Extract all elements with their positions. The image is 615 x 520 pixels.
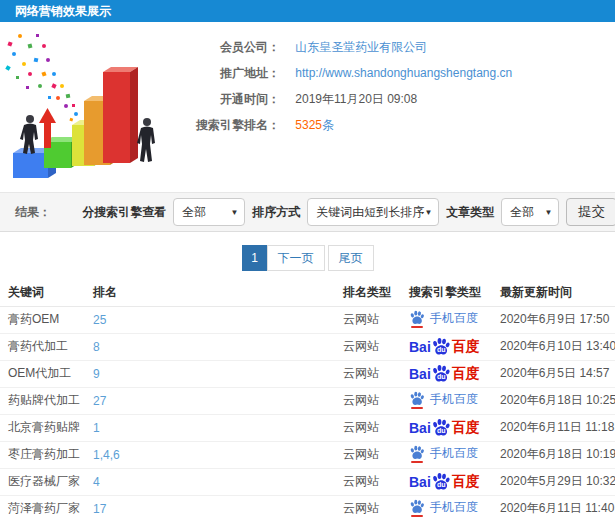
- cell-engine-type: 手机百度: [401, 306, 492, 333]
- cell-rank-type: 云网站: [335, 468, 401, 495]
- page-1-button[interactable]: 1: [242, 245, 268, 271]
- svg-text:du: du: [437, 346, 446, 354]
- baidu-paw-icon: [409, 310, 425, 326]
- mobile-baidu-label: 手机百度: [430, 310, 478, 327]
- table-row: 枣庄膏药加工1,4,6云网站 手机百度2020年6月18日 10:19: [0, 441, 615, 468]
- paw-underline: [411, 461, 423, 463]
- baidu-name-text: 百度: [452, 365, 480, 383]
- cell-updated: 2020年6月10日 13:40: [492, 333, 615, 360]
- cell-updated: 2020年6月9日 17:50: [492, 306, 615, 333]
- baidu-logo: Bai du 百度: [409, 472, 480, 492]
- table-header-row: 关键词 排名 排名类型 搜索引擎类型 最新更新时间: [0, 280, 615, 306]
- mobile-baidu-logo: 手机百度: [409, 499, 478, 516]
- company-label: 会员公司：: [180, 34, 280, 60]
- businessman-right: [137, 118, 155, 162]
- baidu-paw-icon: du: [431, 418, 451, 438]
- paw-underline: [411, 407, 423, 409]
- cell-rank[interactable]: 27: [85, 387, 335, 414]
- cell-keyword: 菏泽膏药厂家: [0, 495, 85, 520]
- baidu-bai-text: Bai: [409, 420, 431, 436]
- baidu-name-text: 百度: [452, 473, 480, 491]
- baidu-bai-text: Bai: [409, 474, 431, 490]
- cell-rank[interactable]: 1: [85, 414, 335, 441]
- bar-red: [103, 67, 138, 163]
- table-row: OEM代加工9云网站 Bai du 百度2020年6月5日 14:57: [0, 360, 615, 387]
- header-keyword: 关键词: [0, 280, 85, 306]
- cell-engine-type: Bai du 百度: [401, 360, 492, 387]
- cell-keyword: OEM代加工: [0, 360, 85, 387]
- header-updated: 最新更新时间: [492, 280, 615, 306]
- cell-keyword: 医疗器械厂家: [0, 468, 85, 495]
- submit-button[interactable]: 提交: [566, 198, 615, 226]
- mobile-baidu-logo: 手机百度: [409, 445, 478, 462]
- field-rank-count: 搜索引擎排名： 5325条: [180, 112, 615, 138]
- growth-chart-illustration: [0, 30, 185, 188]
- baidu-logo: Bai du 百度: [409, 418, 480, 438]
- table-row: 药贴牌代加工27云网站 手机百度2020年6月18日 10:25: [0, 387, 615, 414]
- cell-rank[interactable]: 25: [85, 306, 335, 333]
- cell-rank[interactable]: 8: [85, 333, 335, 360]
- cell-engine-type: Bai du 百度: [401, 468, 492, 495]
- cell-rank-type: 云网站: [335, 306, 401, 333]
- cell-engine-type: 手机百度: [401, 441, 492, 468]
- baidu-paw-icon: [409, 499, 425, 515]
- cell-engine-type: 手机百度: [401, 495, 492, 520]
- cell-rank[interactable]: 4: [85, 468, 335, 495]
- baidu-paw-icon: du: [431, 472, 451, 492]
- filter-bar: 结果： 分搜索引擎查看 全部 ▼ 排序方式 关键词由短到长排序 ▼ 文章类型 全…: [0, 192, 615, 232]
- cell-keyword: 枣庄膏药加工: [0, 441, 85, 468]
- chevron-down-icon: ▼: [424, 199, 432, 226]
- company-link[interactable]: 山东皇圣堂药业有限公司: [295, 40, 427, 54]
- cell-updated: 2020年6月5日 14:57: [492, 360, 615, 387]
- rank-count-suffix: 条: [322, 118, 334, 132]
- sort-filter-select[interactable]: 关键词由短到长排序 ▼: [307, 198, 439, 226]
- cell-updated: 2020年6月11日 11:40: [492, 495, 615, 520]
- cell-keyword: 北京膏药贴牌: [0, 414, 85, 441]
- cell-rank-type: 云网站: [335, 360, 401, 387]
- rank-count-label: 搜索引擎排名：: [180, 112, 280, 138]
- mobile-baidu-label: 手机百度: [430, 391, 478, 408]
- promotion-url-link[interactable]: http://www.shandonghuangshengtang.cn: [295, 66, 512, 80]
- cell-rank[interactable]: 9: [85, 360, 335, 387]
- header-rank: 排名: [85, 280, 335, 306]
- baidu-logo: Bai du 百度: [409, 337, 480, 357]
- article-type-value: 全部: [510, 205, 534, 219]
- table-row: 北京膏药贴牌1云网站 Bai du 百度2020年6月11日 11:18: [0, 414, 615, 441]
- table-row: 膏药OEM25云网站 手机百度2020年6月9日 17:50: [0, 306, 615, 333]
- baidu-bai-text: Bai: [409, 366, 431, 382]
- paw-underline: [411, 326, 423, 328]
- header-engine-type: 搜索引擎类型: [401, 280, 492, 306]
- engine-filter-value: 全部: [182, 205, 206, 219]
- next-page-button[interactable]: 下一页: [267, 245, 325, 271]
- cell-keyword: 膏药代加工: [0, 333, 85, 360]
- table-row: 膏药代加工8云网站 Bai du 百度2020年6月10日 13:40: [0, 333, 615, 360]
- engine-filter-select[interactable]: 全部 ▼: [173, 198, 245, 226]
- cell-updated: 2020年6月18日 10:25: [492, 387, 615, 414]
- page-title: 网络营销效果展示: [15, 4, 111, 18]
- table-row: 菏泽膏药厂家17云网站 手机百度2020年6月11日 11:40: [0, 495, 615, 520]
- field-company: 会员公司： 山东皇圣堂药业有限公司: [180, 34, 615, 60]
- baidu-logo: Bai du 百度: [409, 364, 480, 384]
- result-label: 结果：: [15, 204, 51, 221]
- cell-rank[interactable]: 17: [85, 495, 335, 520]
- mobile-baidu-label: 手机百度: [430, 445, 478, 462]
- mobile-baidu-logo: 手机百度: [409, 310, 478, 327]
- open-time-label: 开通时间：: [180, 86, 280, 112]
- rank-count-value: 5325条: [295, 118, 334, 132]
- field-url: 推广地址： http://www.shandonghuangshengtang.…: [180, 60, 615, 86]
- table-row: 医疗器械厂家4云网站 Bai du 百度2020年5月29日 10:32: [0, 468, 615, 495]
- cell-rank[interactable]: 1,4,6: [85, 441, 335, 468]
- baidu-paw-icon: du: [431, 364, 451, 384]
- cell-rank-type: 云网站: [335, 495, 401, 520]
- sort-filter-label: 排序方式: [252, 204, 300, 221]
- cell-updated: 2020年6月18日 10:19: [492, 441, 615, 468]
- article-type-label: 文章类型: [446, 204, 494, 221]
- page-header: 网络营销效果展示: [0, 0, 615, 22]
- last-page-button[interactable]: 尾页: [328, 245, 374, 271]
- cell-engine-type: Bai du 百度: [401, 333, 492, 360]
- article-type-select[interactable]: 全部 ▼: [501, 198, 559, 226]
- rank-count-number: 5325: [295, 118, 322, 132]
- info-section: 会员公司： 山东皇圣堂药业有限公司 推广地址： http://www.shand…: [0, 22, 615, 192]
- cell-keyword: 膏药OEM: [0, 306, 85, 333]
- cell-updated: 2020年5月29日 10:32: [492, 468, 615, 495]
